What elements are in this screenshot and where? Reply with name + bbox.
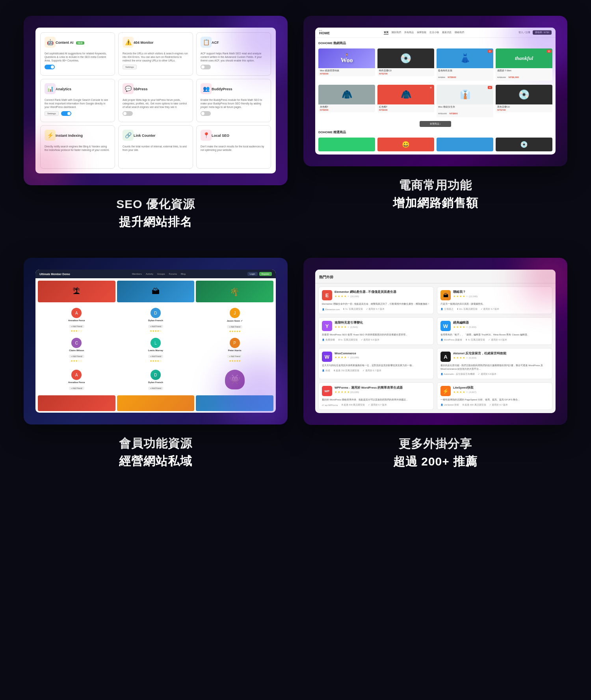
wpforms-meta: 🏷 wp WPForms ⬇ 超過 600 萬活躍安裝 ✓ 適用於 6.7 版本 — [322, 404, 430, 406]
woocommerce-icon: W — [322, 352, 332, 362]
member-jason-stars: ★★★★★ — [197, 330, 272, 333]
cd-icon: 💿 — [518, 89, 530, 100]
elementor-info: Elementor 網站產生器 - 不僅僅是頁面產生器 ★★★★★ (16,00… — [335, 290, 430, 298]
bbpress-title: bbPress — [134, 87, 148, 91]
product-hoodie-gray[interactable]: 🧥 灰色帽T NT$800 — [318, 85, 375, 117]
litespeed-meta: 👤 LiteSpeed 技術 ⬇ 超過 600 萬活躍安裝 ✓ 適用於 6.7 … — [440, 404, 549, 406]
product-thankful-price: NT$6,000 — [508, 76, 519, 78]
members-nav-forums[interactable]: Forums — [169, 273, 177, 275]
plugins-body: E Elementor 網站產生器 - 不僅僅是頁面產生器 ★★★★★ (16,… — [315, 283, 556, 413]
product-fashion[interactable]: 👗 藍色時尚女裝 NT$800 NT$600 — [437, 48, 493, 81]
seo-plugin-instant: ⚡ Instant Indexing Directly notify searc… — [40, 125, 115, 169]
product-vinyl-inner: 💿 時尚音樂CD NT$700 — [377, 48, 434, 76]
acf-icon: 📋 — [201, 37, 212, 48]
plugin-woocommerce: W WooCommerce ★★★★★ (10,000) — [318, 348, 434, 379]
analytics-toggle[interactable] — [61, 111, 71, 116]
member-annalise-name: Annalise Ferce — [39, 319, 114, 322]
members-nav: Members Activity Groups Forums Blog — [132, 273, 186, 275]
litespeed-installs: ⬇ 超過 600 萬活躍安裝 — [462, 404, 486, 406]
instant-desc: Directly notify search engines like Bing… — [45, 145, 111, 152]
member-jason-btn[interactable]: + Add Friend — [227, 325, 242, 328]
yoast-count: (3,500) — [350, 326, 358, 328]
analytics-settings-btn[interactable]: Settings — [45, 111, 59, 116]
product-thankful[interactable]: thankful 感恩節 T-Shirt NT$8,000 NT$6,000 — [496, 48, 552, 81]
analytics-title: Analytics — [56, 87, 71, 91]
product-fashion-img: 👗 — [437, 48, 493, 68]
member-dylan-stars: ★★★★☆ — [119, 330, 193, 333]
ecom-browse-btn[interactable]: 前覽商品 ↓ — [420, 121, 451, 127]
register-btn[interactable]: Register — [259, 272, 272, 276]
ecom-products-row2: 🧥 灰色帽T NT$800 — [318, 85, 552, 117]
product-shirt[interactable]: 👔 Woo 格紋女生衣 NT$1,000 NT$600 — [437, 85, 493, 117]
hero-img-2: 🏔 — [117, 281, 195, 302]
classic-info: 經典編輯器 ★★★★★ (5,000) — [453, 321, 549, 329]
hero-img-3: 🌴 — [196, 281, 273, 302]
404-settings-btn[interactable]: Settings — [123, 65, 137, 69]
bbpress-toggle[interactable] — [123, 111, 133, 116]
product-cd-name: 黑色音樂CD — [497, 106, 551, 108]
member-claire-btn[interactable]: + Add Friend — [69, 355, 84, 358]
product-hoodie-red[interactable]: 🧥 紅色帽T NT$600 特 — [377, 85, 434, 117]
nav-living[interactable]: 生活小物 — [429, 31, 439, 35]
nav-about[interactable]: 關於我們 — [392, 31, 401, 35]
members-hero: 🏝 🏔 🌴 — [35, 278, 276, 305]
seo-plugin-bbpress: 💬 bbPress Add proper Meta tags to your b… — [118, 79, 193, 122]
product-shirt-img: 👔 — [437, 85, 493, 104]
product-woo-price: NT$600 — [320, 73, 374, 75]
members-nav-members[interactable]: Members — [132, 273, 142, 275]
nav-smart[interactable]: 保障智能 — [417, 31, 426, 35]
product-hoodie-gray-name: 灰色帽T — [320, 106, 374, 108]
featured-4: 💿 — [496, 138, 552, 151]
member-dylan-2-btn[interactable]: + Add Friend — [148, 387, 164, 390]
seo-plugin-link: 🔗 Link Counter Counts the total number o… — [118, 125, 193, 169]
member-dylan-btn[interactable]: + Add Friend — [148, 325, 164, 328]
dohome-logo-main: HOME — [319, 32, 330, 35]
content-ai-toggle[interactable] — [45, 65, 55, 69]
yoast-info: 進階特見意引導變化 ★★★★★ (3,500) — [335, 321, 430, 329]
members-card: Ultimate Member Demo Members Activity Gr… — [24, 258, 288, 474]
nav-products[interactable]: 所有商品 — [404, 31, 414, 35]
members-nav-blog[interactable]: Blog — [181, 273, 186, 275]
login-btn[interactable]: Login — [247, 272, 257, 276]
litespeed-tested: ✓ 適用於 6.7 版本 — [489, 404, 508, 406]
members-nav-activity[interactable]: Activity — [146, 273, 153, 275]
link-icon: 🔗 — [123, 130, 134, 141]
dohome-logo: DO HOME — [319, 30, 330, 35]
litespeed-stars: ★★★★★ (4,847) — [453, 391, 549, 394]
member-annalise-btn[interactable]: + Add Friend — [69, 325, 84, 328]
classic-meta: 👤 WordPress 貢獻者 ⬇ 5+ 百萬活躍安裝 ✓ 適用於 6.6 版本 — [440, 339, 549, 341]
members-site-name: Ultimate Member Demo — [39, 273, 70, 276]
wstar-2: ★ — [338, 356, 340, 359]
member-peter-btn[interactable]: + Add Friend — [227, 355, 242, 358]
akismet-icon: A — [440, 352, 451, 362]
hero-3-2 — [117, 395, 195, 411]
content-ai-desc: Get sophisticated AI suggestions for rel… — [45, 52, 111, 62]
ecom-cart-btn[interactable]: 購物車 / NT$0 — [533, 30, 552, 35]
product-woo-info: Woo 紙袋背景特效 NT$600 — [318, 68, 375, 76]
nav-contact[interactable]: 聯絡我們 — [455, 31, 464, 35]
member-annalise-2-btn[interactable]: + Add Friend — [69, 387, 84, 390]
cstar-3: ★ — [459, 326, 462, 329]
member-claire-stars: ★★★☆☆ — [39, 359, 114, 363]
members-nav-groups[interactable]: Groups — [157, 273, 165, 275]
product-vinyl[interactable]: 💿 時尚音樂CD NT$700 — [377, 48, 434, 81]
seo-plugin-buddypress: 👥 BuddyPress Enable the BuddyPress modul… — [196, 79, 271, 122]
lstar-4: ★ — [463, 391, 465, 394]
seo-inner: 🤖 Content AI NEW Get sophisticated AI su… — [35, 28, 276, 173]
product-hoodie-red-name: 紅色帽T — [379, 106, 433, 108]
buddypress-toggle[interactable] — [201, 111, 211, 116]
nav-news[interactable]: 最新消息 — [442, 31, 452, 35]
avatar-dylan-2: D — [151, 370, 161, 380]
acf-toggle[interactable] — [201, 65, 211, 69]
product-hoodie-red-img: 🧥 — [377, 85, 434, 104]
product-cd-info: 黑色音樂CD NT$700 — [496, 104, 552, 112]
classic-name: 經典編輯器 — [453, 321, 549, 325]
nav-home[interactable]: 首頁 — [384, 31, 388, 35]
product-cd[interactable]: 💿 黑色音樂CD NT$700 — [496, 85, 552, 117]
hero-3-icon: 🌴 — [230, 287, 240, 296]
ecom-login-link[interactable]: 登入／註冊 — [519, 31, 530, 34]
product-woo[interactable]: 🧍 Woo Woo 紙袋背景特效 NT$600 — [318, 48, 375, 81]
member-dylan: D Dylan French + Add Friend ★★★★☆ — [117, 306, 195, 335]
member-lewis-btn[interactable]: + Add Friend — [148, 355, 164, 358]
plugin-akismet-header: A Akismet 反垃圾留言，杜絕留言時效能 ★★★★★ (5,000) — [440, 352, 549, 362]
